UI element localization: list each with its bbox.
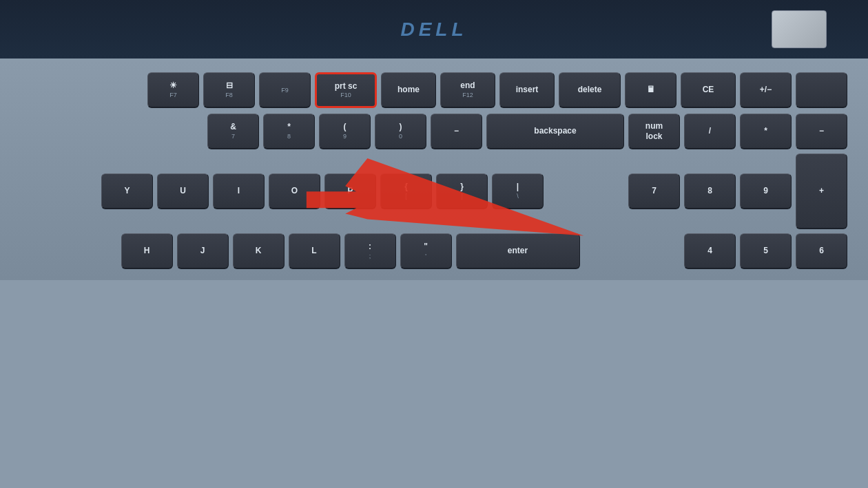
numpad-6-key[interactable]: 6 [796,233,847,269]
star-key[interactable]: * 8 [263,114,315,149]
enter-key[interactable]: enter [456,233,580,269]
u-key-main: U [180,186,186,195]
lbrace-key[interactable]: { [ [380,173,432,209]
f8-key-main: ⊟ [226,81,233,90]
lparen-key-main: ( [344,122,347,131]
ce-key-main: CE [703,85,714,94]
plusminus-key[interactable]: +/− [740,72,792,108]
semicolon-key[interactable]: : ; [344,233,396,269]
laptop-body: DELL ☀ F7 ⊟ F8 F9 prt [0,0,868,488]
numlock-key[interactable]: numlock [628,114,680,149]
f7-key-sub: F7 [169,92,177,99]
i-key[interactable]: I [213,173,265,209]
f9-key[interactable]: F9 [259,72,311,108]
numpad-4-key[interactable]: 4 [684,233,736,269]
p-key[interactable]: P [324,173,376,209]
o-key-main: O [291,186,298,195]
num4-key-main: 4 [707,246,712,255]
insert-key-main: insert [516,85,539,94]
y-key[interactable]: Y [101,173,153,209]
home-key[interactable]: home [381,72,436,108]
dash-key-main: − [454,126,459,136]
function-key-row: ☀ F7 ⊟ F8 F9 prt sc F10 home [21,72,847,108]
h-key-main: H [144,246,150,255]
backspace-key-main: backspace [534,126,576,136]
rbrace-key-sub: ] [461,193,463,200]
u-key[interactable]: U [157,173,209,209]
numslash-key-main: / [709,126,711,136]
delete-key-main: delete [578,85,602,94]
numpad-9-key[interactable]: 9 [740,173,792,209]
k-key-main: K [256,246,262,255]
f7-key[interactable]: ☀ F7 [147,72,199,108]
lparen-key-sub: 9 [343,133,347,140]
pipe-key[interactable]: | \ [492,173,544,209]
semicol-key-sub: ; [369,253,371,260]
h-key[interactable]: H [121,233,173,269]
f7-key-main: ☀ [169,81,177,90]
f9-key-sub: F9 [281,87,289,94]
prtsc-key-main: prt sc [335,81,358,91]
numplus-key-main: + [819,186,824,195]
calculator-key[interactable]: 🖩 [625,72,676,108]
j-key-main: J [200,246,205,255]
end-key[interactable]: end F12 [440,72,495,108]
plusminus-key-main: +/− [760,85,772,94]
star-key-main: * [287,122,291,131]
y-key-main: Y [124,186,130,195]
home-key-main: home [397,85,420,94]
dash-key[interactable]: − [431,114,482,149]
l-key[interactable]: L [289,233,340,269]
quote-key-main: " [424,242,428,251]
star-key-sub: 8 [287,133,291,140]
quote-key-sub: ' [425,253,426,260]
pipe-key-main: | [517,182,519,191]
prtsc-key-sub: F10 [340,92,351,99]
extra-key[interactable] [796,72,847,108]
prtsc-key[interactable]: prt sc F10 [315,72,377,108]
quote-key[interactable]: " ' [400,233,452,269]
rparen-key-main: ) [400,122,402,131]
numpad-star-key[interactable]: * [740,114,792,149]
num8-key-main: 8 [707,186,712,195]
numpad-8-key[interactable]: 8 [684,173,736,209]
f8-key[interactable]: ⊟ F8 [203,72,255,108]
l-key-main: L [311,246,316,255]
numminus-key-main: − [819,126,824,136]
rparen-key[interactable]: ) 0 [375,114,426,149]
top-bar: DELL [0,0,868,59]
rbrace-key[interactable]: } ] [436,173,488,209]
yuiop-row: Y U I O P { [ } [21,153,847,229]
numpad-slash-key[interactable]: / [684,114,736,149]
keyboard-container: ☀ F7 ⊟ F8 F9 prt sc F10 home [21,72,847,269]
numpad-5-key[interactable]: 5 [740,233,792,269]
rbrace-key-main: } [460,182,464,191]
dell-logo: DELL [400,19,467,41]
num7-key-main: 7 [652,186,657,195]
o-key[interactable]: O [269,173,320,209]
lparen-key[interactable]: ( 9 [319,114,371,149]
num5-key-main: 5 [763,246,768,255]
calc-key-main: 🖩 [647,85,655,94]
semicol-key-main: : [369,242,371,251]
k-key[interactable]: K [233,233,285,269]
numstar-key-main: * [764,126,767,136]
ampersand-key[interactable]: & 7 [207,114,259,149]
insert-key[interactable]: insert [499,72,555,108]
j-key[interactable]: J [177,233,229,269]
numpad-plus-key[interactable]: + [796,153,847,229]
delete-key[interactable]: delete [559,72,621,108]
power-button-area[interactable] [772,10,827,48]
num9-key-main: 9 [763,186,768,195]
numpad-minus-key[interactable]: − [796,114,847,149]
hjkl-row: H J K L : ; " ' [21,233,847,269]
amp-key-sub: 7 [231,133,235,140]
amp-key-main: & [230,122,236,131]
rparen-key-sub: 0 [399,133,402,140]
pipe-key-sub: \ [517,193,519,200]
lbrace-key-sub: [ [405,193,407,200]
numpad-7-key[interactable]: 7 [628,173,680,209]
backspace-key[interactable]: backspace [486,114,624,149]
numlock-key-main: numlock [645,121,663,141]
ce-key[interactable]: CE [681,72,736,108]
